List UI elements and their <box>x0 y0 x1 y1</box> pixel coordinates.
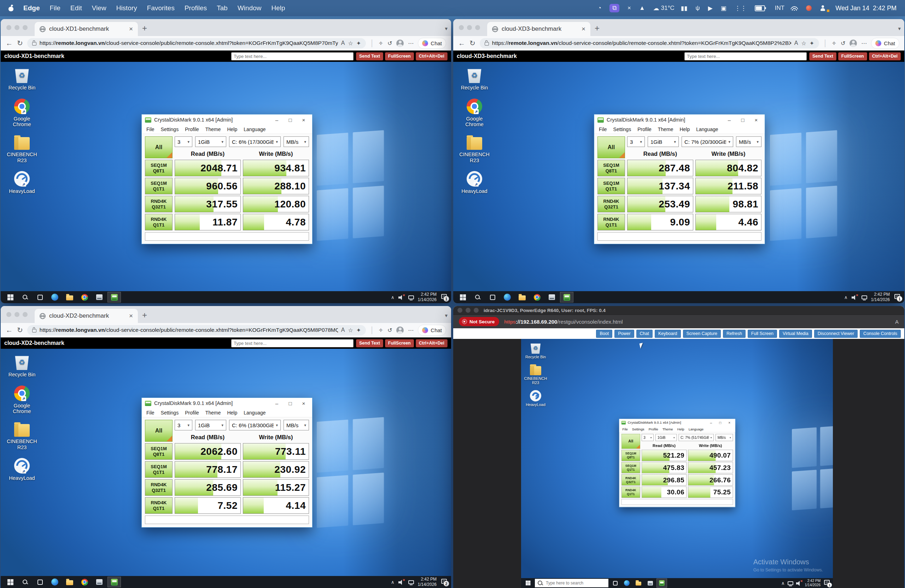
new-tab-button[interactable]: + <box>142 310 147 320</box>
minimize-icon[interactable]: – <box>272 117 282 123</box>
more-menu-icon[interactable]: ⋯ <box>861 40 867 47</box>
cdm-unit-select[interactable]: MB/s▾ <box>284 136 309 147</box>
history-icon[interactable]: ↺ <box>387 327 392 334</box>
copilot-chat-button[interactable]: Chat <box>871 38 899 49</box>
idrac-action-button[interactable]: Boot <box>596 330 612 338</box>
desktop-icon[interactable]: CINEBENCH R23 <box>6 422 38 450</box>
cdm-unit-select[interactable]: MB/s▾ <box>716 434 733 441</box>
browser-essentials-icon[interactable]: ✦ <box>356 40 361 47</box>
taskbar-app[interactable] <box>33 292 47 303</box>
zoom-window-button[interactable] <box>23 25 28 30</box>
read-aloud-icon[interactable]: A <box>895 319 899 325</box>
taskbar-app[interactable] <box>93 292 106 303</box>
network-icon[interactable] <box>408 580 414 584</box>
cdm-menu-item[interactable]: Theme <box>202 410 224 415</box>
tb-active[interactable] <box>108 292 121 303</box>
cdm-menu-item[interactable]: Settings <box>630 427 646 431</box>
back-button[interactable]: ← <box>6 326 13 334</box>
menubar-item[interactable]: Tab <box>217 4 228 12</box>
cdm-test-button[interactable]: RND4KQ32T1 <box>145 479 173 496</box>
cdm-menu-item[interactable]: Settings <box>158 410 182 415</box>
taskbar-app[interactable] <box>18 292 32 303</box>
cdm-test-button[interactable]: RND4KQ1T1 <box>145 214 173 230</box>
copilot-chat-button[interactable]: Chat <box>418 38 446 49</box>
console-action-button[interactable]: FullScreen <box>838 52 867 60</box>
taskbar-search-box[interactable] <box>535 579 608 587</box>
cdm-test-button[interactable]: SEQ1MQ1T1 <box>597 178 625 194</box>
taskbar-app[interactable] <box>48 292 62 303</box>
menubar-item[interactable]: Favorites <box>147 4 175 12</box>
menubar-app-name[interactable]: Edge <box>23 4 40 12</box>
close-window-button[interactable] <box>457 308 462 313</box>
cdm-menu-item[interactable]: Language <box>240 410 269 415</box>
taskbar-app[interactable] <box>78 292 91 303</box>
desktop-icon[interactable]: HeavyLoad <box>6 458 38 481</box>
cdm-menu-item[interactable]: Language <box>686 427 706 431</box>
action-center-button[interactable]: 1 <box>441 294 447 300</box>
cdm-test-button[interactable]: SEQ1MQ1T1 <box>145 178 173 194</box>
console-action-button[interactable]: FullScreen <box>385 339 414 347</box>
console-action-button[interactable]: Send Text <box>809 52 837 60</box>
address-bar[interactable]: https://remote.longvan.vn/cloud-service-… <box>27 38 366 48</box>
cdm-test-button[interactable]: SEQ1MQ8T1 <box>621 450 640 461</box>
cdm-test-button[interactable]: RND4KQ32T1 <box>621 474 640 485</box>
maximize-icon[interactable]: □ <box>285 117 295 123</box>
menubar-clock[interactable]: Wed Jan 14 2:42 PM <box>835 5 897 12</box>
close-icon[interactable]: × <box>751 117 762 123</box>
cdm-menu-item[interactable]: Help <box>224 410 240 415</box>
cdm-menu-item[interactable]: Help <box>676 127 693 132</box>
desktop-icon[interactable]: Google Chrome <box>6 98 38 128</box>
menubar-item[interactable]: Window <box>238 4 262 12</box>
start-button[interactable] <box>523 578 533 588</box>
volume-muted-icon[interactable] <box>852 295 857 300</box>
cdm-test-button[interactable]: SEQ1MQ8T1 <box>597 160 625 176</box>
cdm-menu-item[interactable]: Profile <box>634 127 655 132</box>
profile-avatar[interactable] <box>849 40 857 47</box>
back-button[interactable]: ← <box>458 39 465 48</box>
desktop-icon[interactable]: HeavyLoad <box>524 390 547 407</box>
cdm-all-button[interactable]: All <box>597 136 625 158</box>
desktop-icon[interactable]: CINEBENCH R23 <box>458 135 491 163</box>
cdm-test-button[interactable]: SEQ1MQ8T1 <box>145 160 173 176</box>
menubar-item[interactable]: Help <box>272 4 285 12</box>
volume-muted-icon[interactable] <box>399 295 405 300</box>
cdm-drive-select[interactable]: C: 6% (17/300GiB)▾ <box>229 136 281 147</box>
cdm-test-button[interactable]: RND4KQ1T1 <box>597 214 625 230</box>
close-icon[interactable]: × <box>726 420 733 425</box>
tray-expand-icon[interactable]: ∧ <box>781 580 785 586</box>
cdm-test-size-select[interactable]: 1GiB▾ <box>195 136 226 147</box>
taskbar-app[interactable] <box>545 292 559 303</box>
volume-muted-icon[interactable] <box>796 581 802 585</box>
tab-list-chevron-icon[interactable]: ▾ <box>898 25 901 32</box>
menubar-item[interactable]: History <box>116 4 137 12</box>
favorites-hub-icon[interactable]: ✧ <box>379 327 383 334</box>
tab-close-icon[interactable]: × <box>581 25 586 33</box>
tab-cloud-xd3[interactable]: cloud-XD3-benchmark × <box>487 22 591 36</box>
cdm-test-count-select[interactable]: 3▾ <box>641 434 654 441</box>
console-text-input[interactable] <box>231 339 354 347</box>
taskbar-app[interactable] <box>78 577 91 587</box>
favorite-star-icon[interactable]: ☆ <box>802 40 807 47</box>
refresh-button[interactable]: ↻ <box>17 326 23 334</box>
idrac-action-button[interactable]: Chat <box>636 330 653 338</box>
desktop-icon[interactable]: Recycle Bin <box>6 354 38 378</box>
cdm-test-button[interactable]: RND4KQ1T1 <box>145 497 173 514</box>
favorite-star-icon[interactable]: ☆ <box>348 40 353 47</box>
taskbar-clock[interactable]: 2:42 PM1/14/2026 <box>805 579 821 588</box>
idrac-action-button[interactable]: Refresh <box>723 330 746 338</box>
tab-list-chevron-icon[interactable]: ▾ <box>445 312 448 319</box>
cdm-title-bar[interactable]: CrystalDiskMark 9.0.1 x64 [Admin] – □ × <box>142 398 312 409</box>
minimize-icon[interactable]: – <box>724 117 735 123</box>
cdm-test-size-select[interactable]: 1GiB▾ <box>656 434 676 441</box>
taskbar-clock[interactable]: 2:42 PM1/14/2026 <box>871 292 890 303</box>
more-menu-icon[interactable]: ⋯ <box>408 40 414 47</box>
zoom-window-button[interactable] <box>475 25 480 30</box>
browser-essentials-icon[interactable]: ✦ <box>356 327 361 334</box>
console-action-button[interactable]: FullScreen <box>385 52 414 60</box>
close-window-button[interactable] <box>6 25 11 30</box>
cdm-menu-item[interactable]: File <box>143 127 158 132</box>
zoom-window-button[interactable] <box>474 308 479 313</box>
cdm-test-button[interactable]: SEQ1MQ8T1 <box>145 443 173 460</box>
minimize-window-button[interactable] <box>467 25 472 30</box>
menubar-item[interactable]: Profiles <box>184 4 207 12</box>
